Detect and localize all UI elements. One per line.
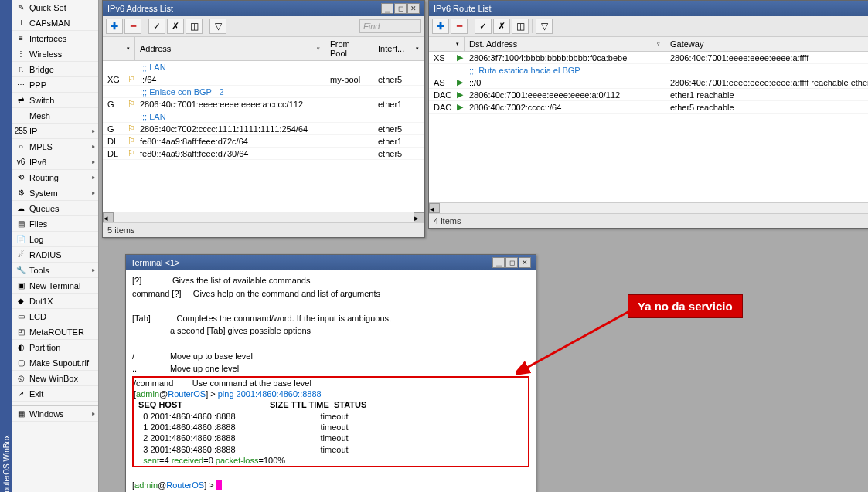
menu-icon: ✎ [15,2,26,13]
sidebar-item-label: System [29,188,58,198]
status-bar: 5 items [103,222,424,237]
menu-icon: ◰ [15,327,26,338]
sidebar-item-label: PPP [29,80,46,90]
col-flags[interactable]: ▾ [429,37,465,51]
window-title: Terminal <1> [131,258,492,267]
sidebar-item-new-terminal[interactable]: ▣New Terminal [12,278,98,294]
chevron-right-icon: ▸ [92,266,95,273]
menu-icon: 255 [15,126,26,137]
sidebar-item-windows[interactable]: ▦ Windows ▸ [12,406,98,422]
table-row[interactable]: G⚐2806:40c:7002:cccc:1111:1111:1111:254/… [103,123,424,135]
grid-body[interactable]: ;;; LANXG⚐::/64my-poolether5;;; Enlace c… [103,61,424,212]
sidebar-item-label: Mesh [29,111,50,120]
horizontal-scrollbar[interactable]: ◂▸ [429,202,868,213]
enable-button[interactable]: ✓ [148,19,165,34]
comment-button[interactable]: ◫ [186,19,203,34]
table-row[interactable]: G⚐2806:40c:7001:eeee:eeee:eeee:a:cccc/11… [103,98,424,110]
grid-body[interactable]: XS▶2806:3f7:1004:bbbb:bbbb:bbbb:f0ca:beb… [429,52,868,202]
menu-icon: ☁ [15,203,26,214]
sidebar-item-exit[interactable]: ↗Exit [12,386,98,402]
minimize-button[interactable]: ▁ [381,3,393,14]
sidebar-item-label: Windows [29,409,64,419]
col-flags[interactable]: ▾ [103,37,135,60]
sidebar-item-interfaces[interactable]: ≡Interfaces [12,31,98,46]
table-row[interactable]: XG⚐::/64my-poolether5 [103,73,424,86]
col-dst-address[interactable]: Dst. Address▿ [465,37,665,51]
comment-button[interactable]: ◫ [512,19,529,34]
table-row[interactable]: DAC▶2806:40c:7002:cccc::/64ether5 reacha… [429,101,868,114]
sidebar-item-lcd[interactable]: ▭LCD [12,309,98,324]
col-address[interactable]: Address▿ [135,37,325,60]
enable-button[interactable]: ✓ [475,19,492,34]
sidebar-item-quick-set[interactable]: ✎Quick Set [12,0,98,15]
filter-button[interactable]: ▽ [536,19,553,34]
sidebar-item-routing[interactable]: ⟲Routing▸ [12,170,98,185]
sidebar-item-metarouter[interactable]: ◰MetaROUTER [12,324,98,340]
col-interface[interactable]: Interf...▾ [373,37,424,60]
sidebar-item-label: LCD [29,312,46,321]
minimize-button[interactable]: ▁ [492,257,505,268]
sidebar-item-label: Routing [29,173,59,182]
add-button[interactable]: ✚ [432,19,449,34]
sidebar-item-mesh[interactable]: ∴Mesh [12,108,98,124]
chevron-right-icon: ▸ [92,174,95,181]
menu-icon: ▣ [15,280,26,291]
table-row[interactable]: ;;; LAN [103,61,424,73]
col-gateway[interactable]: Gateway▾ [665,37,868,51]
sidebar-item-wireless[interactable]: ⋮Wireless [12,46,98,62]
sidebar-item-label: Bridge [29,65,54,74]
sidebar-item-log[interactable]: 📄Log [12,232,98,247]
sidebar-item-label: Quick Set [29,3,66,12]
horizontal-scrollbar[interactable]: ◂▸ [103,212,424,222]
table-row[interactable]: DAC▶2806:40c:7001:eeee:eeee:eeee:a:0/112… [429,89,868,101]
sidebar-item-partition[interactable]: ◐Partition [12,340,98,355]
menu-icon: ▢ [15,358,26,368]
table-row[interactable]: DL⚐fe80::4aa9:8aff:feee:d72c/64ether1 [103,135,424,148]
add-button[interactable]: ✚ [106,19,123,34]
sidebar-item-ppp[interactable]: ⋯PPP [12,77,98,93]
table-row[interactable]: ;;; LAN [103,110,424,123]
table-row[interactable]: ;;; Enlace con BGP - 2 [103,86,424,98]
sidebar-item-label: MetaROUTER [29,327,84,337]
sidebar-item-label: RADIUS [29,250,62,260]
table-row[interactable]: DL⚐fe80::4aa9:8aff:feee:d730/64ether5 [103,148,424,160]
sidebar-item-system[interactable]: ⚙System▸ [12,185,98,201]
maximize-button[interactable]: ◻ [505,257,518,268]
table-row[interactable]: ;;; Ruta estatica hacia el BGP [429,64,868,76]
sidebar-item-files[interactable]: ▤Files [12,216,98,232]
remove-button[interactable]: ━ [124,19,141,34]
sidebar-item-new-winbox[interactable]: ◎New WinBox [12,371,98,386]
disable-button[interactable]: ✗ [493,19,510,34]
window-titlebar[interactable]: IPv6 Address List ▁ ◻ ✕ [103,1,424,16]
maximize-button[interactable]: ◻ [394,3,407,14]
sidebar-item-capsman[interactable]: ⊥CAPsMAN [12,15,98,31]
menu-icon: 📄 [15,234,26,245]
sidebar-item-queues[interactable]: ☁Queues [12,201,98,216]
table-row[interactable]: AS▶::/02806:40c:7001:eeee:eeee:eeee:a:ff… [429,76,868,89]
table-row[interactable]: XS▶2806:3f7:1004:bbbb:bbbb:bbbb:f0ca:beb… [429,52,868,64]
sidebar-item-ipv6[interactable]: v6IPv6▸ [12,154,98,170]
sidebar-item-dot1x[interactable]: ◆Dot1X [12,294,98,309]
sidebar-item-tools[interactable]: 🔧Tools▸ [12,263,98,278]
window-titlebar[interactable]: IPv6 Route List ▁ ◻ ✕ [429,1,868,16]
sidebar-item-switch[interactable]: ⇄Switch [12,93,98,108]
find-input[interactable]: Find [359,19,421,33]
sidebar-item-radius[interactable]: ☄RADIUS [12,247,98,263]
remove-button[interactable]: ━ [451,19,468,34]
sidebar-item-ip[interactable]: 255IP▸ [12,124,98,139]
terminal-output[interactable]: [?] Gives the list of available commands… [126,270,536,492]
sidebar-item-mpls[interactable]: ○MPLS▸ [12,139,98,154]
close-button[interactable]: ✕ [519,257,531,268]
sidebar-item-bridge[interactable]: ⎍Bridge [12,62,98,77]
menu-icon: 🔧 [15,265,26,276]
col-from-pool[interactable]: From Pool [325,37,373,60]
sidebar-item-label: Wireless [29,49,62,59]
terminal-window: Terminal <1> ▁ ◻ ✕ [?] Gives the list of… [125,254,536,492]
window-titlebar[interactable]: Terminal <1> ▁ ◻ ✕ [126,255,536,270]
disable-button[interactable]: ✗ [167,19,184,34]
filter-button[interactable]: ▽ [209,19,226,34]
toolbar: ✚ ━ ✓ ✗ ◫ ▽ Find [103,16,424,37]
close-button[interactable]: ✕ [407,3,420,14]
menu-icon: ↗ [15,389,26,399]
sidebar-item-make-supout.rif[interactable]: ▢Make Supout.rif [12,355,98,371]
